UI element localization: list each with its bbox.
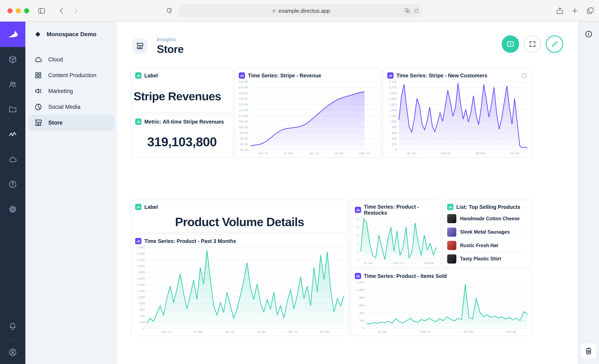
notifications-bell-icon[interactable]: [0, 314, 25, 339]
stripe-new-customers-chart: 2,4002,2002,0001,8001,6001,4001,2001,000…: [383, 80, 532, 157]
url-text: example.directus.app: [279, 8, 330, 14]
page-header: Insights Store: [132, 37, 184, 55]
panel-type-icon: [239, 72, 245, 79]
sidebar-item-social-media[interactable]: Social Media: [29, 99, 114, 115]
sidebar-item-content-production[interactable]: Content Production: [29, 67, 114, 83]
module-content-icon[interactable]: [0, 47, 25, 72]
project-header[interactable]: Monospace Demo: [25, 22, 117, 47]
panel-header-text: List: Top Selling Products: [456, 204, 520, 210]
plot-area: Dec '2115 DecJan '2215 JanFeb '22: [250, 81, 377, 150]
panel-header-text: Time Series: Product - Past 3 Months: [144, 238, 236, 244]
browser-window: example.directus.app: [0, 0, 599, 364]
privacy-shield-icon[interactable]: [166, 7, 173, 15]
plot-area: 24 JanFeb '2208 Feb: [361, 219, 436, 260]
header-actions: [502, 35, 563, 53]
panel-timeseries-product-items-sold: Time Series: Product - Items Sold 1,2001…: [350, 269, 532, 336]
y-axis: 2,6002,4002,2002,0001,8001,6001,4001,200…: [134, 247, 147, 328]
module-users-icon[interactable]: [0, 72, 25, 97]
directus-logo[interactable]: [0, 22, 25, 47]
panel-info-icon[interactable]: [521, 72, 528, 79]
breadcrumb[interactable]: Insights: [157, 37, 184, 43]
x-axis: 24 JanFeb '2208 Feb16 Feb: [366, 328, 528, 334]
project-logo-icon: [35, 31, 41, 38]
panel-timeseries-product-past-3-months: Time Series: Product - Past 3 Months 2,6…: [131, 234, 349, 336]
panel-header-text: Label: [144, 73, 158, 79]
list-item: Tasty Plastic Shirt: [447, 252, 528, 266]
y-axis: 654321: [354, 219, 361, 260]
project-sidebar: Monospace Demo Cloud Content Production …: [25, 22, 117, 364]
grid-icon: [34, 71, 43, 80]
panel-timeseries-stripe-new-customers: Time Series: Stripe - New Customers 2,40…: [383, 68, 532, 158]
pencil-icon: [551, 40, 558, 48]
product-thumbnail: [447, 241, 456, 250]
new-tab-icon[interactable]: [571, 7, 579, 15]
slideshow-icon: [506, 40, 515, 48]
metric-value: 319,103,800: [131, 126, 233, 157]
label-text: Stripe Revenues: [131, 80, 233, 112]
clipboard-clock-icon: [585, 347, 592, 355]
account-avatar-icon[interactable]: [0, 341, 25, 364]
right-sidebar: [578, 22, 599, 364]
page-title: Store: [157, 43, 184, 55]
list-item: Rustic Fresh Hat: [447, 239, 528, 252]
product-name: Handmade Cotton Cheese: [460, 216, 520, 222]
close-window-button[interactable]: [8, 8, 12, 13]
fullscreen-button[interactable]: [524, 35, 541, 53]
y-axis: 1,2001,0008006004002000: [354, 282, 366, 328]
sidebar-item-store[interactable]: Store: [29, 115, 114, 131]
forward-icon[interactable]: [72, 7, 80, 15]
minimize-window-button[interactable]: [16, 8, 21, 13]
product-name: Sleek Metal Sausages: [460, 229, 510, 235]
x-axis: Dec '2115 DecJan '2215 JanFeb '22: [250, 150, 377, 156]
share-icon[interactable]: [556, 7, 564, 15]
sidebar-item-marketing[interactable]: Marketing: [29, 83, 114, 99]
module-settings-icon[interactable]: [0, 197, 25, 222]
product-restocks-chart: 654321 24 JanFeb '2208 Feb: [351, 217, 440, 267]
panel-type-icon: [135, 238, 141, 244]
x-axis: Dec '2115 DecJan '2215 JanFeb '2215 Feb: [147, 328, 344, 334]
megaphone-icon: [34, 87, 43, 95]
back-icon[interactable]: [57, 7, 66, 15]
top-products-list: Handmade Cotton Cheese Sleek Metal Sausa…: [443, 211, 532, 267]
sidebar-toggle-icon[interactable]: [37, 7, 46, 15]
tabs-overview-icon[interactable]: [586, 7, 594, 15]
panel-type-icon: [355, 273, 361, 279]
module-files-icon[interactable]: [0, 97, 25, 122]
zoom-window-button[interactable]: [24, 8, 29, 13]
lock-icon: [271, 8, 276, 13]
panel-type-icon: [355, 207, 361, 213]
panel-type-icon: [135, 72, 141, 79]
sidebar-item-label: Store: [48, 120, 63, 126]
activity-clipboard-button[interactable]: [581, 343, 597, 359]
module-cloud-icon[interactable]: [0, 147, 25, 172]
info-icon[interactable]: [584, 30, 593, 38]
module-insights-icon[interactable]: [0, 122, 25, 147]
panel-label-product-volume: Label Product Volume Details: [131, 200, 349, 232]
sidebar-item-label: Cloud: [48, 56, 63, 63]
panel-label-stripe-revenues: Label Stripe Revenues: [131, 68, 233, 113]
project-name: Monospace Demo: [47, 31, 97, 38]
panel-header-text: Time Series: Stripe - New Customers: [396, 73, 487, 79]
address-bar[interactable]: example.directus.app: [179, 5, 422, 17]
translate-icon[interactable]: [404, 8, 411, 14]
window-controls: [8, 8, 29, 13]
dashboard-icon-box: [132, 38, 147, 53]
reload-icon[interactable]: [414, 8, 419, 14]
y-axis: 2,4002,2002,0001,8001,6001,4001,2001,000…: [387, 81, 399, 150]
module-bar: [0, 22, 25, 364]
product-thumbnail: [447, 254, 456, 264]
plot-area: Dec '2115 DecJan '2215 JanFeb '2215 Feb: [147, 247, 344, 328]
panel-timeseries-product-restocks: Time Series: Product - Restocks 654321 2…: [350, 200, 441, 267]
module-bar-divider: [7, 339, 18, 340]
plot-area: 24 JanFeb '2208 Feb16 Feb: [366, 282, 528, 328]
x-axis: 24 JanFeb '2208 Feb: [361, 260, 436, 266]
panel-header-text: Time Series: Product - Restocks: [364, 204, 436, 216]
sidebar-item-cloud[interactable]: Cloud: [29, 52, 114, 67]
module-help-icon[interactable]: [0, 172, 25, 197]
presentation-mode-button[interactable]: [502, 35, 519, 53]
label-text: Product Volume Details: [131, 211, 348, 232]
panel-header-text: Time Series: Product - Items Sold: [364, 273, 447, 279]
edit-panels-button[interactable]: [546, 35, 563, 53]
panel-type-icon: [135, 204, 141, 210]
product-name: Rustic Fresh Hat: [460, 243, 498, 248]
